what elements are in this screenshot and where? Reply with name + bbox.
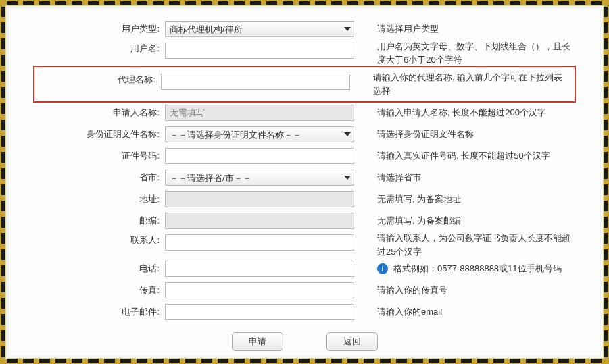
label-address: 地址:	[33, 193, 165, 205]
row-fax: 传真: 请输入你的传真号	[33, 280, 576, 301]
frame-border-right	[604, 7, 608, 357]
hint-province: 请选择省市	[354, 171, 576, 184]
hint-phone-text: 格式例如：0577-88888888或11位手机号码	[393, 262, 562, 276]
label-contact: 联系人:	[33, 232, 165, 246]
button-row: 申请 返回	[33, 332, 576, 351]
label-phone: 电话:	[33, 263, 165, 275]
input-username[interactable]	[165, 43, 354, 59]
row-email: 电子邮件: 请输入你的email	[33, 301, 576, 323]
hint-fax: 请输入你的传真号	[354, 284, 576, 297]
label-user-type: 用户类型:	[33, 23, 165, 35]
input-applicant[interactable]	[165, 105, 354, 121]
select-province[interactable]: －－请选择省/市－－	[165, 170, 354, 186]
row-agent-name: 代理名称: 请输入你的代理名称, 输入前几个字可在下拉列表选择	[33, 66, 576, 103]
hint-email: 请输入你的email	[354, 305, 576, 319]
label-username: 用户名:	[33, 40, 165, 55]
row-postcode: 邮编: 无需填写, 为备案邮编	[33, 210, 576, 232]
row-user-type: 用户类型: 商标代理机构/律所 请选择用户类型	[33, 18, 576, 40]
hint-id-number: 请输入真实证件号码, 长度不能超过50个汉字	[354, 149, 576, 163]
form-container: 用户类型: 商标代理机构/律所 请选择用户类型 用户名: 用户名为英文字母、数字…	[5, 5, 604, 359]
info-icon: i	[377, 263, 388, 274]
row-province: 省市: －－请选择省/市－－ 请选择省市	[33, 167, 576, 188]
input-id-number[interactable]	[165, 148, 354, 164]
hint-postcode: 无需填写, 为备案邮编	[354, 214, 576, 228]
hint-applicant: 请输入申请人名称, 长度不能超过200个汉字	[354, 106, 576, 120]
label-fax: 传真:	[33, 284, 165, 296]
frame-border-bottom	[7, 359, 602, 363]
back-button[interactable]: 返回	[326, 332, 378, 351]
row-id-number: 证件号码: 请输入真实证件号码, 长度不能超过50个汉字	[33, 145, 576, 167]
label-province: 省市:	[33, 172, 165, 184]
input-agent-name[interactable]	[161, 74, 350, 90]
select-user-type[interactable]: 商标代理机构/律所	[165, 21, 354, 37]
input-fax[interactable]	[165, 282, 354, 298]
input-contact[interactable]	[165, 234, 354, 251]
label-id-doc: 身份证明文件名称:	[33, 128, 165, 140]
hint-address: 无需填写, 为备案地址	[354, 192, 576, 206]
input-phone[interactable]	[165, 261, 354, 277]
row-username: 用户名: 用户名为英文字母、数字、下划线组合（），且长度大于6小于20个字符	[33, 40, 576, 66]
row-address: 地址: 无需填写, 为备案地址	[33, 188, 576, 210]
hint-phone: i 格式例如：0577-88888888或11位手机号码	[354, 262, 576, 276]
hint-user-type: 请选择用户类型	[354, 22, 576, 36]
hint-username: 用户名为英文字母、数字、下划线组合（），且长度大于6小于20个字符	[354, 40, 576, 66]
label-id-number: 证件号码:	[33, 150, 165, 162]
label-applicant: 申请人名称:	[33, 107, 165, 119]
hint-contact: 请输入联系人，为公司数字证书负责人长度不能超过25个汉字	[354, 232, 576, 258]
label-postcode: 邮编:	[33, 215, 165, 227]
row-id-doc: 身份证明文件名称: －－请选择身份证明文件名称－－ 请选择身份证明文件名称	[33, 124, 576, 145]
hint-id-doc: 请选择身份证明文件名称	[354, 128, 576, 141]
select-id-doc[interactable]: －－请选择身份证明文件名称－－	[165, 126, 354, 142]
label-agent-name: 代理名称:	[34, 71, 161, 86]
hint-agent-name: 请输入你的代理名称, 输入前几个字可在下拉列表选择	[350, 71, 569, 97]
row-phone: 电话: i 格式例如：0577-88888888或11位手机号码	[33, 258, 576, 280]
input-postcode[interactable]	[165, 213, 354, 229]
input-address[interactable]	[165, 191, 354, 207]
row-contact: 联系人: 请输入联系人，为公司数字证书负责人长度不能超过25个汉字	[33, 232, 576, 258]
submit-button[interactable]: 申请	[232, 332, 283, 351]
row-applicant: 申请人名称: 请输入申请人名称, 长度不能超过200个汉字	[33, 102, 576, 124]
input-email[interactable]	[165, 304, 354, 320]
label-email: 电子邮件:	[33, 306, 165, 318]
